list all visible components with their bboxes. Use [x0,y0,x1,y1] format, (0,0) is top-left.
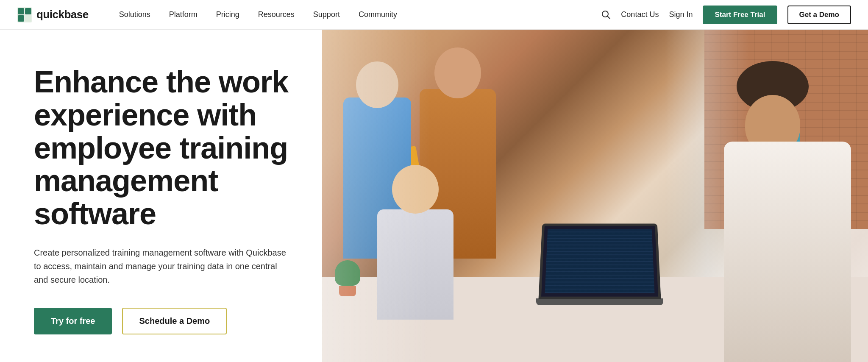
svg-rect-2 [25,8,31,14]
nav-link-pricing[interactable]: Pricing [207,0,249,30]
hero-section: Enhance the work experience with employe… [0,30,868,362]
logo[interactable]: quickbase [17,7,89,22]
hero-title: Enhance the work experience with employe… [34,66,292,231]
search-icon [601,10,611,19]
try-for-free-button[interactable]: Try for free [34,308,112,334]
get-a-demo-button[interactable]: Get a Demo [787,6,851,24]
hero-description: Create personalized training management … [34,246,292,287]
brand-name: quickbase [36,8,89,21]
nav-right: Contact Us Sign In Start Free Trial Get … [601,6,851,24]
nav-link-support[interactable]: Support [304,0,349,30]
hero-left: Enhance the work experience with employe… [0,30,322,362]
contact-us-link[interactable]: Contact Us [621,10,659,19]
start-free-trial-button[interactable]: Start Free Trial [703,6,777,24]
hero-image [322,30,868,362]
navbar: quickbase Solutions Platform Pricing Res… [0,0,868,30]
svg-line-6 [608,16,610,19]
svg-rect-3 [18,15,24,22]
hero-background [322,30,868,362]
nav-link-solutions[interactable]: Solutions [110,0,160,30]
svg-rect-1 [18,8,24,14]
nav-link-community[interactable]: Community [349,0,406,30]
nav-links: Solutions Platform Pricing Resources Sup… [110,0,602,30]
hero-buttons: Try for free Schedule a Demo [34,308,292,334]
sign-in-link[interactable]: Sign In [669,10,693,19]
schedule-a-demo-button[interactable]: Schedule a Demo [122,308,227,334]
hero-gradient-overlay [322,30,868,362]
nav-link-platform[interactable]: Platform [160,0,207,30]
svg-rect-4 [25,15,31,22]
nav-link-resources[interactable]: Resources [249,0,304,30]
search-button[interactable] [601,10,611,19]
